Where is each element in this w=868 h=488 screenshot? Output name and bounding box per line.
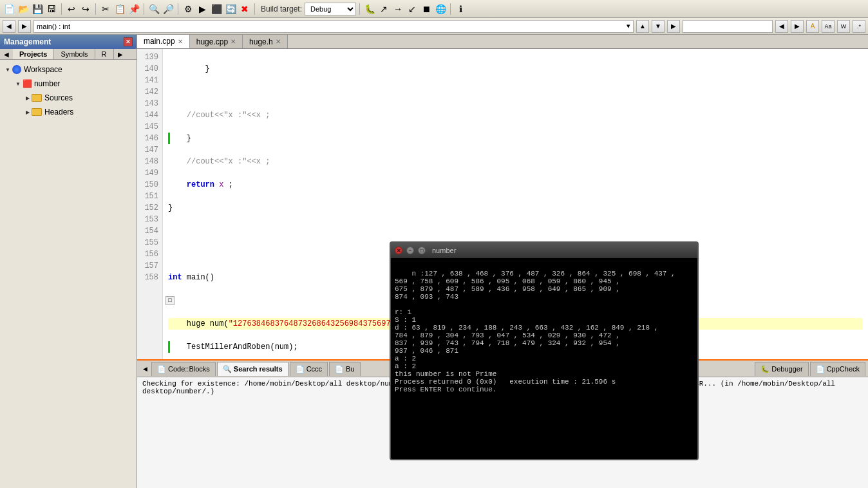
search-input[interactable] [683,20,773,33]
panel-nav-right[interactable]: ▶ [114,49,127,59]
cut-icon[interactable]: ✂ [99,3,112,15]
replace-icon[interactable]: 🔎 [162,3,175,15]
tab-symbols[interactable]: Symbols [54,49,95,59]
terminal-body[interactable]: n :127 , 638 , 468 , 376 , 487 , 326 , 8… [391,258,697,459]
save-icon[interactable]: 💾 [31,3,44,15]
bottom-tab-cppcheck-label: CppCheck [827,365,860,373]
step-icon[interactable]: ↗ [377,3,390,15]
nav-up-button[interactable]: ▲ [636,20,649,33]
debug-icon[interactable]: 🐛 [363,3,376,15]
code-line-141: //cout<<"x :"<<x ; [168,109,863,121]
terminal-titlebar: ✕ − □ number [391,243,697,258]
regex-button[interactable]: .* [853,20,865,33]
code-line-140 [168,86,863,98]
bottom-tab-cccc-icon: 📄 [296,365,305,373]
management-close-button[interactable]: ✕ [124,37,133,46]
nav-down-button[interactable]: ▼ [652,20,665,33]
search-prev[interactable]: ◀ [775,20,788,33]
debug-stop-icon[interactable]: ⏹ [420,3,433,15]
undo-icon[interactable]: ↩ [65,3,78,15]
tab-r[interactable]: R [95,49,114,59]
open-icon[interactable]: 📂 [17,3,30,15]
combo-arrow: ▾ [627,22,630,30]
editor-tab-huge-cpp[interactable]: huge.cpp ✕ [190,35,243,48]
tab-close-huge-cpp[interactable]: ✕ [231,38,236,45]
bottom-tab-codeblocks[interactable]: 📄 Code::Blocks [151,362,216,376]
bottom-tab-bu[interactable]: 📄 Bu [329,362,360,376]
build-target-area: Build target: Debug [261,3,356,15]
search-next[interactable]: ▶ [791,20,804,33]
sep2 [95,3,96,15]
info-icon[interactable]: ℹ [454,3,467,15]
terminal-title: number [432,247,456,254]
tab-close-huge-h[interactable]: ✕ [276,38,281,45]
sep7 [450,3,451,15]
bottom-tab-cppcheck-icon: 📄 [816,365,825,373]
bottom-tab-codeblocks-icon: 📄 [157,365,166,373]
match-case-button[interactable]: Aa [822,20,835,33]
panel-nav-left[interactable]: ◀ [0,49,13,59]
bottom-tab-debugger[interactable]: 🐛 Debugger [755,362,808,376]
code-line-146 [168,225,863,237]
left-panel: Management ✕ ◀ Projects Symbols R ▶ ▼ Wo… [0,35,137,488]
management-bar: Management ✕ [0,35,137,49]
bottom-tab-debugger-icon: 🐛 [760,365,769,373]
paste-icon[interactable]: 📌 [127,3,140,15]
copy-icon[interactable]: 📋 [113,3,126,15]
terminal-minimize-button[interactable]: − [406,247,414,254]
redo-icon[interactable]: ↪ [79,3,92,15]
error-icon[interactable]: ✖ [238,3,251,15]
build-target-label: Build target: [261,5,302,14]
back-button[interactable]: ◀ [3,20,15,33]
bottom-tab-bu-icon: 📄 [335,365,344,373]
rebuild-icon[interactable]: 🔄 [224,3,237,15]
highlight-button[interactable]: A [806,20,819,33]
editor-tab-huge-h[interactable]: huge.h ✕ [243,35,288,48]
compile-icon[interactable]: ⚙ [182,3,194,15]
workspace-icon [12,65,21,74]
headers-arrow: ▶ [26,109,30,115]
editor-tabs: main.cpp ✕ huge.cpp ✕ huge.h ✕ [137,35,868,49]
whole-word-button[interactable]: W [837,20,850,33]
workspace-arrow: ▼ [5,67,10,73]
management-label: Management [4,37,51,46]
run-icon[interactable]: ▶ [196,3,209,15]
terminal-maximize-button[interactable]: □ [418,247,426,254]
tab-projects[interactable]: Projects [13,49,54,59]
tree-area: ▼ Workspace ▼ 🟥 number ▶ Sources ▶ Heade… [0,60,137,488]
bottom-tab-codeblocks-label: Code::Blocks [168,365,210,373]
bottom-tab-cccc[interactable]: 📄 Cccc [290,362,328,376]
build-target-select[interactable]: Debug [305,3,356,15]
headers-label: Headers [44,108,73,117]
code-line-139: } [168,63,863,75]
tree-headers[interactable]: ▶ Headers [3,105,134,119]
project-icon: 🟥 [23,79,32,88]
terminal-close-button[interactable]: ✕ [395,247,402,254]
code-line-142: } [168,133,863,144]
navbar: ◀ ▶ main() : int ▾ ▲ ▼ ▶ ◀ ▶ A Aa W .* [0,18,868,35]
tree-sources[interactable]: ▶ Sources [3,91,134,105]
bottom-tab-cccc-label: Cccc [307,365,322,373]
find-icon[interactable]: 🔍 [147,3,160,15]
tab-close-main-cpp[interactable]: ✕ [178,38,183,45]
save-all-icon[interactable]: 🖫 [45,3,58,15]
bottom-nav-left[interactable]: ◀ [140,362,150,376]
bottom-tab-cppcheck[interactable]: 📄 CppCheck [810,362,865,376]
step-over-icon[interactable]: → [392,3,404,15]
search-go-button[interactable]: ▶ [667,20,680,33]
terminal-content: n :127 , 638 , 468 , 376 , 487 , 326 , 8… [395,270,675,393]
step-out-icon[interactable]: ↙ [406,3,419,15]
editor-tab-main-cpp[interactable]: main.cpp ✕ [137,35,190,48]
globe-icon[interactable]: 🌐 [434,3,447,15]
tab-label-main-cpp: main.cpp [144,37,175,46]
tree-project-number[interactable]: ▼ 🟥 number [3,77,134,91]
tree-workspace[interactable]: ▼ Workspace [3,62,134,77]
bottom-tab-search[interactable]: 🔍 Search results [217,362,288,376]
function-combo[interactable]: main() : int ▾ [33,20,634,33]
sep1 [61,3,62,15]
stop-icon[interactable]: ⬛ [210,3,223,15]
forward-button[interactable]: ▶ [18,20,31,33]
new-file-icon[interactable]: 📄 [3,3,15,15]
bottom-tab-debugger-label: Debugger [771,365,802,373]
toolbar-top: 📄 📂 💾 🖫 ↩ ↪ ✂ 📋 📌 🔍 🔎 ⚙ ▶ ⬛ 🔄 ✖ Build ta… [0,0,868,18]
